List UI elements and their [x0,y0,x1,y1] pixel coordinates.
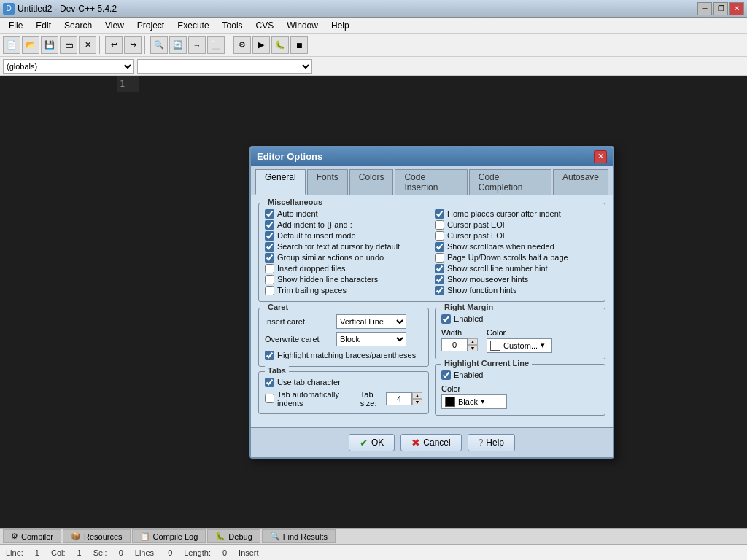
modal-overlay: Editor Options ✕ General Fonts Colors Co… [117,76,747,95]
scope-select-secondary[interactable] [137,59,312,74]
title-bar: D Untitled2 - Dev-C++ 5.4.2 ─ ❐ ✕ [0,0,747,18]
toolbar-saveall[interactable]: 🗃 [60,36,77,54]
menu-project[interactable]: Project [131,19,170,32]
menu-tools[interactable]: Tools [217,19,249,32]
toolbar-run[interactable]: ▶ [252,36,270,54]
toolbar-save[interactable]: 💾 [41,36,58,54]
close-button[interactable]: ✕ [729,2,744,15]
menu-search[interactable]: Search [58,19,98,32]
minimize-button[interactable]: ─ [697,2,712,15]
toolbar-new[interactable]: 📄 [3,36,20,54]
toolbar-compile[interactable]: ⚙ [233,36,251,54]
toolbar: 📄 📂 💾 🗃 ✕ ↩ ↪ 🔍 🔄 → ⬜ ⚙ ▶ 🐛 ⏹ [0,34,747,57]
toolbar-redo[interactable]: ↪ [124,36,142,54]
restore-button[interactable]: ❐ [713,2,728,15]
app-icon: D [3,3,15,15]
window-title: Untitled2 - Dev-C++ 5.4.2 [18,4,117,14]
toolbar-replace[interactable]: 🔄 [169,36,187,54]
menu-bar: File Edit Search View Project Execute To… [0,18,747,34]
scope-bar: (globals) [0,57,747,76]
scope-select-globals[interactable]: (globals) [3,59,134,74]
toolbar-sep3 [228,36,231,54]
menu-file[interactable]: File [3,19,28,32]
toolbar-find[interactable]: 🔍 [150,36,168,54]
toolbar-sep2 [144,36,147,54]
toolbar-close[interactable]: ✕ [79,36,96,54]
menu-execute[interactable]: Execute [171,19,214,32]
toolbar-stop[interactable]: ⏹ [290,36,308,54]
toolbar-sep1 [99,36,102,54]
menu-view[interactable]: View [99,19,130,32]
toolbar-goto[interactable]: → [188,36,206,54]
window-controls: ─ ❐ ✕ [697,2,744,15]
toolbar-debug[interactable]: 🐛 [271,36,289,54]
menu-edit[interactable]: Edit [30,19,57,32]
menu-window[interactable]: Window [281,19,324,32]
toolbar-open[interactable]: 📂 [22,36,39,54]
menu-help[interactable]: Help [325,19,355,32]
toolbar-indent[interactable]: ⬜ [207,36,225,54]
toolbar-undo[interactable]: ↩ [105,36,123,54]
menu-cvs[interactable]: CVS [250,19,280,32]
